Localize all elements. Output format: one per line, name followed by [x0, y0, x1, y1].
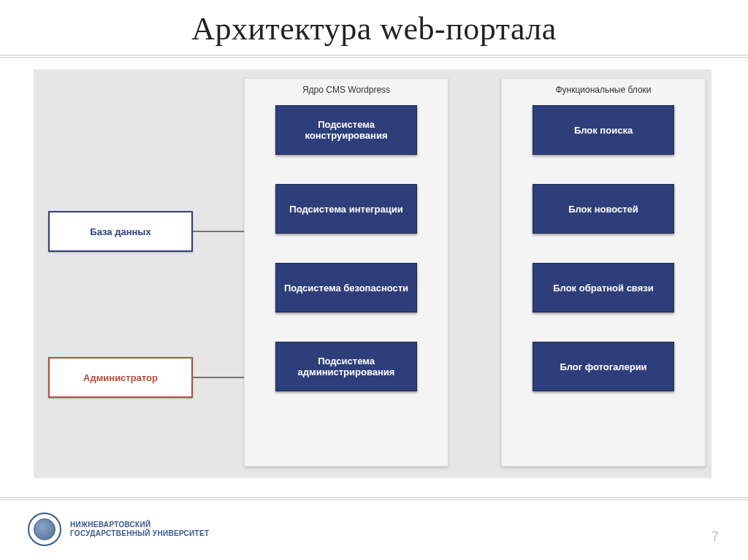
core-card: Подсистема конструирования [275, 105, 417, 155]
divider [0, 57, 748, 58]
core-card: Подсистема интеграции [275, 184, 417, 234]
card-label: Блок поиска [574, 125, 633, 136]
connector-line [193, 231, 244, 232]
actor-admin: Администратор [48, 357, 193, 398]
functional-card: Блог фотогалерии [533, 342, 674, 391]
functional-card: Блок обратной связи [533, 263, 674, 312]
connector-line [193, 377, 244, 378]
card-label: Подсистема интеграции [289, 204, 402, 215]
divider [0, 499, 748, 500]
actor-admin-label: Администратор [83, 372, 158, 383]
diagram-canvas: База данных Администратор Ядро CMS Wordp… [34, 69, 711, 478]
core-card: Подсистема администрирования [275, 342, 417, 391]
divider [0, 497, 748, 498]
page-number: 7 [711, 529, 719, 545]
university-name-line1: НИЖНЕВАРТОВСКИЙ [70, 521, 209, 529]
card-label: Подсистема администрирования [283, 356, 409, 377]
divider [0, 55, 748, 55]
footer: НИЖНЕВАРТОВСКИЙ ГОСУДАРСТВЕННЫЙ УНИВЕРСИ… [28, 513, 209, 546]
actor-database: База данных [48, 211, 193, 252]
column-functional: Функциональные блоки Блок поиска Блок но… [501, 78, 706, 467]
column-core-title: Ядро CMS Wordpress [245, 85, 448, 95]
university-name: НИЖНЕВАРТОВСКИЙ ГОСУДАРСТВЕННЫЙ УНИВЕРСИ… [70, 521, 209, 538]
university-name-line2: ГОСУДАРСТВЕННЫЙ УНИВЕРСИТЕТ [70, 529, 209, 538]
card-label: Подсистема безопасности [284, 283, 408, 294]
functional-card: Блок поиска [533, 105, 674, 155]
slide-title: Архитектура web-портала [0, 0, 748, 53]
card-label: Блок обратной связи [553, 283, 653, 294]
card-label: Подсистема конструирования [283, 119, 409, 141]
card-label: Блок новостей [568, 204, 638, 215]
column-functional-title: Функциональные блоки [502, 85, 705, 95]
card-label: Блог фотогалерии [560, 361, 646, 372]
actor-database-label: База данных [90, 226, 150, 237]
university-logo-icon [28, 513, 61, 546]
core-card: Подсистема безопасности [275, 263, 417, 312]
column-core: Ядро CMS Wordpress Подсистема конструиро… [244, 78, 449, 467]
functional-card: Блок новостей [533, 184, 674, 234]
